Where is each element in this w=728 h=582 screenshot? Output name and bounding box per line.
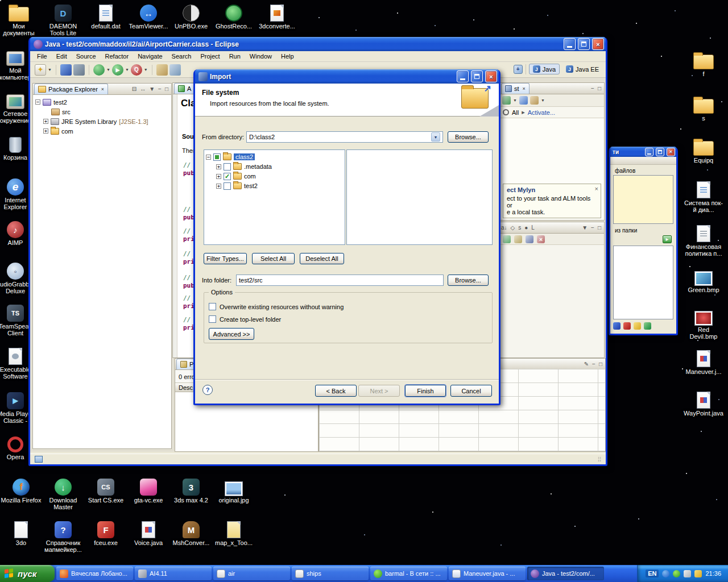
expand-icon[interactable]: + (216, 164, 221, 169)
tree-item-test2[interactable]: − test2 (35, 97, 171, 107)
tab-task-list[interactable]: st × (501, 83, 530, 94)
source-tree-pane[interactable]: − class2 + .metadata + com + t (204, 149, 345, 245)
desktop-icon-ghostreco[interactable]: GhostReco... (213, 2, 254, 30)
import-dialog-titlebar[interactable]: Import × (195, 69, 499, 84)
collapse-icon[interactable]: − (206, 155, 211, 160)
new-package-button[interactable] (169, 64, 181, 76)
dropdown-arrow-icon[interactable]: ▼ (125, 68, 129, 72)
view-menu-icon[interactable]: ▼ (149, 86, 155, 92)
taskbar-task-eclipse[interactable]: Java - test2/com/... (527, 567, 604, 580)
minimize-view-icon[interactable]: − (158, 86, 162, 92)
cancel-button[interactable]: Cancel (450, 385, 492, 397)
resize-grip-icon[interactable]: ⁞⁞ (598, 456, 601, 463)
desktop-icon-start-cs[interactable]: Start CS.exe (85, 476, 126, 504)
checkbox-unchecked[interactable] (224, 163, 231, 171)
desktop-icon-maneuver-java[interactable]: Maneuver.j... (683, 348, 724, 375)
run-button[interactable]: ▶ (112, 64, 123, 76)
advanced-button[interactable]: Advanced >> (209, 328, 254, 340)
dropdown-arrow-icon[interactable]: ▼ (144, 68, 148, 72)
desktop-icon-voice-java[interactable]: Voice.java (128, 519, 169, 546)
minimize-view-icon[interactable]: − (591, 225, 594, 231)
gear-icon[interactable] (503, 235, 511, 243)
minimize-button[interactable] (564, 38, 576, 50)
language-indicator[interactable]: EN (646, 569, 659, 577)
dropdown-arrow-icon[interactable]: ▼ (541, 98, 545, 102)
close-button[interactable]: × (485, 70, 497, 82)
taskbar-task-ships[interactable]: ships (292, 567, 369, 580)
filter-nonpublic-icon[interactable]: ● (524, 225, 528, 231)
minimize-view-icon[interactable]: − (592, 361, 595, 367)
tray-network-icon[interactable] (662, 570, 669, 577)
checkbox-checked[interactable] (224, 173, 231, 180)
tree-item-jre[interactable]: + JRE System Library [J2SE-1.3] (35, 117, 171, 126)
expand-icon[interactable]: + (43, 119, 48, 124)
scope-label[interactable]: All (512, 109, 519, 116)
external-tools-button[interactable]: Q (131, 64, 142, 76)
perspective-java-button[interactable]: JJava (529, 64, 560, 74)
desktop-icon-daemon-tools[interactable]: DAEMON Tools Lite (43, 2, 84, 36)
menu-file[interactable]: File (32, 52, 52, 61)
menu-source[interactable]: Source (72, 52, 101, 61)
desktop-icon-firefox[interactable]: Mozilla Firefox (1, 476, 42, 504)
desktop-icon-3dconverter[interactable]: 3dconverte... (257, 2, 297, 30)
minimize-view-icon[interactable]: − (591, 85, 594, 92)
desktop-icon-sistema-doc[interactable]: Система пок-й диа... (683, 179, 724, 213)
maximize-view-icon[interactable]: □ (598, 85, 601, 92)
side-window-list-bottom[interactable] (613, 246, 673, 319)
collapse-all-icon[interactable]: ⊟ (132, 86, 136, 92)
desktop-icon-original-jpg[interactable]: original.jpg (213, 476, 254, 504)
taskbar-task-barmal[interactable]: barmal - В сети :: ... (370, 567, 447, 580)
tree-item-class2[interactable]: − class2 (206, 152, 345, 161)
tray-qip-icon[interactable] (673, 570, 680, 577)
back-button[interactable]: < Back (315, 385, 357, 397)
new-task-icon[interactable] (502, 96, 511, 105)
side-window-titlebar[interactable]: ти × (610, 147, 676, 157)
link-editor-icon[interactable]: ↔ (140, 86, 146, 92)
tray-clock[interactable]: 21:36 (705, 570, 721, 577)
dropdown-arrow-icon[interactable]: ▼ (106, 68, 110, 72)
overwrite-option[interactable]: Overwrite existing resources without war… (209, 303, 344, 310)
finish-button[interactable]: Finish (405, 385, 446, 397)
filter-types-button[interactable]: Filter Types... (204, 253, 247, 264)
taskbar-task-maneuver-java[interactable]: Maneuver.java - ... (449, 567, 526, 580)
restore-button[interactable] (578, 38, 590, 50)
desktop-icon-unpbo[interactable]: UnPBO.exe (171, 2, 212, 30)
perspective-javaee-button[interactable]: JJava EE (562, 64, 602, 74)
desktop-icon-download-master[interactable]: Download Master (43, 476, 84, 510)
desktop-icon-folder-f[interactable]: f (683, 50, 724, 77)
maximize-button[interactable] (471, 70, 483, 82)
tray-volume-icon[interactable] (684, 570, 691, 577)
maximize-view-icon[interactable]: □ (165, 86, 168, 92)
close-tab-icon[interactable]: × (523, 86, 526, 92)
fast-view-icon[interactable] (35, 456, 43, 463)
link-icon[interactable] (526, 235, 533, 243)
save-button[interactable] (60, 64, 72, 76)
desktop-icon-red-devil-bmp[interactable]: Red Devil.bmp (683, 306, 724, 340)
tray-update-icon[interactable] (694, 570, 702, 577)
desktop-icon-my-documents[interactable]: Мои документы (0, 2, 39, 36)
side-window-list-top[interactable] (613, 175, 673, 224)
filter-fields-icon[interactable]: ◇ (511, 225, 515, 231)
debug-button[interactable] (93, 64, 105, 76)
status-icon-green[interactable] (644, 322, 651, 330)
tree-item-metadata[interactable]: + .metadata (206, 161, 345, 171)
desktop-icon-mshconver[interactable]: MshConver... (171, 519, 212, 546)
status-icon-blue[interactable] (613, 322, 621, 330)
print-button[interactable] (73, 64, 85, 76)
menu-help[interactable]: Help (276, 52, 299, 61)
next-button[interactable]: Next > (358, 385, 400, 397)
dropdown-arrow-icon[interactable]: ▼ (48, 68, 52, 72)
maximize-view-icon[interactable]: □ (598, 225, 601, 231)
activate-link[interactable]: Activate... (528, 109, 555, 116)
side-window-go-button[interactable]: ▸ (663, 235, 672, 243)
checkbox-unchecked[interactable] (209, 315, 216, 323)
expand-icon[interactable]: + (216, 184, 221, 189)
desktop-icon-folder-s[interactable]: s (683, 94, 724, 122)
desktop-icon-finpolitika-doc[interactable]: Финансовая политика п... (683, 223, 724, 257)
taskbar-task-vyacheslav[interactable]: Вячеслав Лобано... (56, 567, 133, 580)
menu-window[interactable]: Window (245, 52, 276, 61)
tree-item-test2[interactable]: + test2 (206, 181, 345, 190)
expand-icon[interactable]: + (216, 174, 221, 179)
menu-refactor[interactable]: Refactor (101, 52, 134, 61)
toplevel-option[interactable]: Create top-level folder (209, 315, 281, 323)
